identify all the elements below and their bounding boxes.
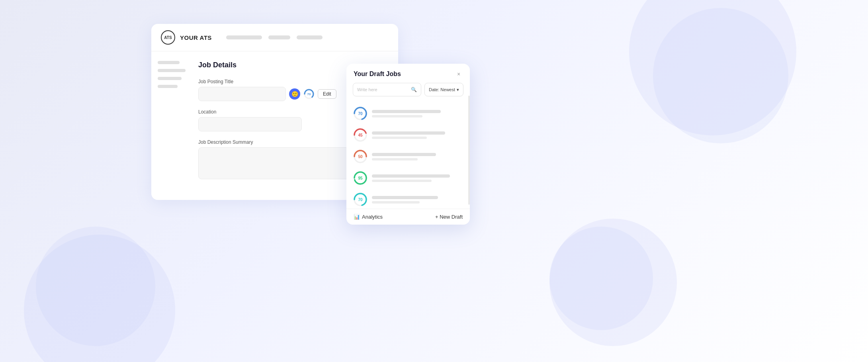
- bg-face-bottom-left: [36, 227, 155, 346]
- bg-face-bottom-mid: [549, 227, 653, 330]
- new-draft-button[interactable]: + New Draft: [435, 214, 463, 220]
- draft-panel-title: Your Draft Jobs: [354, 70, 401, 78]
- score-value-item-5: 70: [358, 198, 362, 202]
- score-value-item-2: 45: [358, 133, 362, 137]
- score-value-title: 70: [307, 92, 311, 96]
- ats-sidebar: [151, 51, 187, 200]
- sort-label: Date: Newest: [429, 87, 455, 92]
- search-placeholder-text: Write here: [357, 87, 409, 92]
- draft-sub-bar-5: [372, 201, 420, 204]
- analytics-button[interactable]: 📊 Analytics: [354, 214, 383, 220]
- draft-item-lines-3: [372, 153, 463, 160]
- ats-header: ATS YOUR ATS: [151, 24, 398, 51]
- draft-item-lines-4: [372, 174, 463, 182]
- score-ring-item-5: 70: [353, 192, 368, 207]
- draft-item[interactable]: 50: [346, 146, 470, 167]
- score-value-item-1: 70: [358, 112, 362, 116]
- nav-item-2: [268, 35, 290, 39]
- draft-title-bar-5: [372, 196, 438, 199]
- analytics-icon: 📊: [354, 214, 360, 220]
- sidebar-item-4: [158, 85, 178, 88]
- draft-title-bar-4: [372, 174, 450, 178]
- sidebar-item-2: [158, 69, 186, 72]
- edit-title-button[interactable]: Edit: [318, 89, 336, 99]
- score-ring-item-2: 45: [353, 127, 368, 143]
- job-posting-title-input[interactable]: [198, 87, 286, 101]
- analytics-label: Analytics: [362, 214, 383, 220]
- chevron-down-icon: ▾: [457, 87, 459, 92]
- nav-item-3: [297, 35, 323, 39]
- search-row: Write here 🔍 Date: Newest ▾: [346, 83, 470, 101]
- sort-button[interactable]: Date: Newest ▾: [424, 83, 463, 96]
- draft-title-bar-2: [372, 131, 445, 135]
- draft-sub-bar-2: [372, 137, 427, 139]
- sidebar-item-3: [158, 77, 182, 80]
- score-value-item-3: 50: [358, 155, 362, 159]
- score-ring-title: 70: [303, 88, 315, 100]
- new-draft-label: + New Draft: [435, 214, 463, 220]
- location-input[interactable]: [198, 117, 302, 131]
- score-ring-item-4: 95: [353, 170, 368, 186]
- sidebar-item-1: [158, 61, 180, 64]
- scroll-bar[interactable]: [468, 96, 470, 205]
- draft-item-lines-2: [372, 131, 463, 139]
- draft-sub-bar-3: [372, 158, 418, 160]
- draft-item[interactable]: 70: [346, 103, 470, 124]
- draft-footer: 📊 Analytics + New Draft: [346, 209, 470, 225]
- draft-item-lines-1: [372, 110, 463, 117]
- ats-logo: ATS: [161, 30, 175, 45]
- draft-sub-bar-4: [372, 180, 432, 182]
- draft-item[interactable]: 45: [346, 124, 470, 146]
- score-value-item-4: 95: [358, 176, 362, 180]
- draft-panel: Your Draft Jobs × Write here 🔍 Date: New…: [346, 64, 470, 225]
- draft-list: 70 45: [346, 101, 470, 209]
- score-ring-item-3: 50: [353, 149, 368, 164]
- draft-title-bar-3: [372, 153, 436, 156]
- ats-title: YOUR ATS: [180, 34, 212, 41]
- bg-face-top-right: [653, 8, 788, 143]
- draft-item[interactable]: 95: [346, 167, 470, 189]
- ats-nav: [226, 35, 323, 39]
- nav-item-1: [226, 35, 262, 39]
- close-button[interactable]: ×: [455, 70, 463, 78]
- draft-panel-header: Your Draft Jobs ×: [346, 64, 470, 83]
- search-icon: 🔍: [411, 87, 417, 92]
- score-ring-item-1: 70: [353, 106, 368, 121]
- draft-item[interactable]: 70: [346, 189, 470, 209]
- draft-item-lines-5: [372, 196, 463, 204]
- search-box[interactable]: Write here 🔍: [353, 83, 421, 96]
- draft-title-bar-1: [372, 110, 441, 113]
- user-avatar: 🙂: [289, 88, 300, 100]
- draft-sub-bar-1: [372, 115, 422, 117]
